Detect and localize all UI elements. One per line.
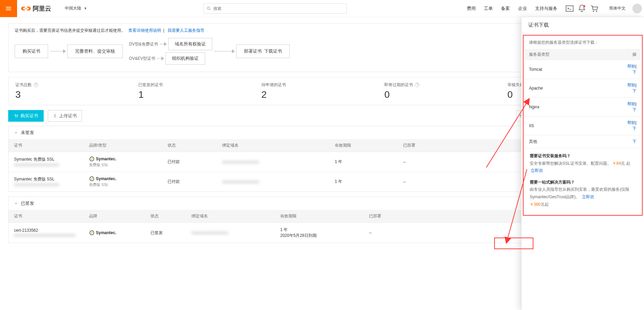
top-nav: 费用 工单 备案 企业 支持与服务 [463,5,561,12]
symantec-icon [89,156,95,162]
flow-step-buy: 购买证书 [15,44,48,58]
th-cert: 证书 [9,210,84,223]
cell-cert-sub: xxxxxxxxxxxxxxxxxxxxxx [14,182,78,187]
logo[interactable]: 阿里云 [21,4,51,13]
svg-point-5 [17,117,18,118]
th-operation: 操 [616,49,641,60]
stat-expiring-label: 即将过期的证书 [384,82,413,88]
avatar[interactable] [632,4,642,13]
upload-cert-label: 上传证书 [59,113,77,119]
download-link[interactable]: 下 [632,89,636,93]
nav-beian[interactable]: 备案 [501,5,510,12]
promo-block-1: 需要证书安装服务吗？ 安全专家帮您解决SSL证书安装、配置问题。 ￥84元 起 … [525,148,641,179]
logo-text: 阿里云 [33,4,51,13]
help-icon[interactable]: ? [415,83,419,87]
search-input[interactable] [213,6,344,11]
nav-billing[interactable]: 费用 [467,5,476,12]
stat-total: 证书总数? 3 [15,81,138,102]
arrow-icon [158,43,168,45]
server-row-apache: Apache帮助|下 [525,79,641,98]
th-domain: 绑定域名 [186,210,275,223]
help-link[interactable]: 帮助 [627,102,635,106]
promo1-consult-link[interactable]: 立即咨 [531,168,543,173]
bell-icon[interactable] [577,4,587,13]
panel-highlight-box: 请根据您的服务器类型选择证书下载： 服务器类型 操 Tomcat帮助|下 Apa… [523,35,643,216]
upload-icon [53,114,57,118]
help-link[interactable]: 帮助 [627,83,635,87]
arrow-icon [48,50,67,53]
flow-label-dv: DV型&免费证书 [129,41,158,47]
cell-valid: 1 年 [329,172,398,192]
stat-pending-value: 2 [261,89,383,100]
lang-selector[interactable]: 简体中文 [609,5,626,11]
svg-point-4 [15,117,16,118]
promo-block-2: 需要一站式解决方案吗？ 由专业人员指导您从购买到安装，最受欢迎的服务(仅限Sym… [525,179,641,212]
symantec-icon [89,230,95,235]
arrow-icon [212,50,236,53]
stat-issued-label: 已签发的证书 [138,82,259,88]
cell-cert-name: Symantec 免费版 SSL [14,176,78,182]
caret-down-icon: ▼ [84,6,87,10]
th-domain: 绑定域名 [217,139,329,152]
panel-title: 证书下载 [521,17,644,33]
cart-icon[interactable] [589,4,599,13]
server-name: 其他 [525,135,616,148]
cell-brand: Symantec. [89,230,140,235]
nav-enterprise[interactable]: 企业 [518,5,527,12]
server-row-nginx: Nginx帮助|下 [525,98,641,117]
promo2-text: 由专业人员指导您从购买到安装，最受欢迎的服务(仅限Symantec/GeoTru… [530,187,629,199]
region-label: 中国大陆 [65,6,81,11]
promo2-price: ￥360 [530,202,541,207]
cell-cert-name: Symantec 免费版 SSL [14,157,78,162]
search-box[interactable] [203,3,347,14]
buy-cert-button[interactable]: 购买证书 [8,110,44,122]
download-link[interactable]: 下 [632,70,636,75]
download-link[interactable]: 下 [632,139,636,144]
svg-point-2 [593,11,594,12]
cell-brand: Symantec. [89,156,157,162]
topbar: 阿里云 中国大陆 ▼ 费用 工单 备案 企业 支持与服务 简体中文 [0,0,644,17]
download-link[interactable]: 下 [632,126,636,131]
stat-expiring-value: 0 [384,89,505,100]
symantec-icon [89,176,95,181]
flow-step-domain-verify: 域名所有权验证 [168,38,212,50]
cell-domain: xxxxxxxxxxxxxxxxxx [191,230,228,235]
cell-brand: Symantec. [89,176,157,181]
th-server-type: 服务器类型 [525,49,616,60]
cell-valid-line2: 2020年5月28日到期 [280,233,358,239]
th-status: 状态 [145,210,186,223]
download-link[interactable]: 下 [632,107,636,112]
region-selector[interactable]: 中国大陆 ▼ [65,5,87,11]
stat-issued-value: 1 [138,89,259,100]
promo2-consult-link[interactable]: 立即咨 [582,194,594,199]
stat-total-label: 证书总数 [15,82,32,88]
cell-domain: xxxxxxxxxxxxxxxxxx [222,179,259,184]
cell-status: 已付款 [162,172,217,192]
promo1-price: ￥84 [612,161,621,166]
svg-rect-1 [566,5,573,11]
flow-label-ovev: OV&EV型证书 [129,56,155,62]
stat-issued: 已签发的证书 1 [138,81,260,102]
stat-total-value: 3 [15,89,137,100]
th-brand: 品牌 [84,210,145,223]
hamburger-menu[interactable] [0,0,17,17]
stat-pending-label: 待申请的证书 [261,82,383,88]
flow-step-deploy: 部署证书 下载证书 [236,44,290,58]
server-row-other: 其他下 [525,135,641,148]
terminal-icon[interactable] [565,4,574,13]
help-icon[interactable]: ? [34,83,38,87]
cell-cert-name: cert-2133562 [14,228,78,233]
promo2-text2: 元起 [541,202,549,207]
brand-sub: 免费版 SSL [89,182,157,187]
help-link[interactable]: 帮助 [627,64,635,69]
nav-ticket[interactable]: 工单 [484,5,493,12]
banner-link-docs[interactable]: 查看详细使用说明 [128,28,161,33]
nav-support[interactable]: 支持与服务 [535,5,557,12]
upload-cert-button[interactable]: 上传证书 [48,110,82,122]
promo1-text: 安全专家帮您解决SSL证书安装、配置问题。 [530,161,611,166]
help-link[interactable]: 帮助 [627,120,635,125]
banner-link-manual[interactable]: 我需要人工服务指导 [168,28,204,33]
search-icon [206,6,211,11]
cell-status: 已签发 [145,223,186,243]
server-name: Tomcat [525,60,616,79]
